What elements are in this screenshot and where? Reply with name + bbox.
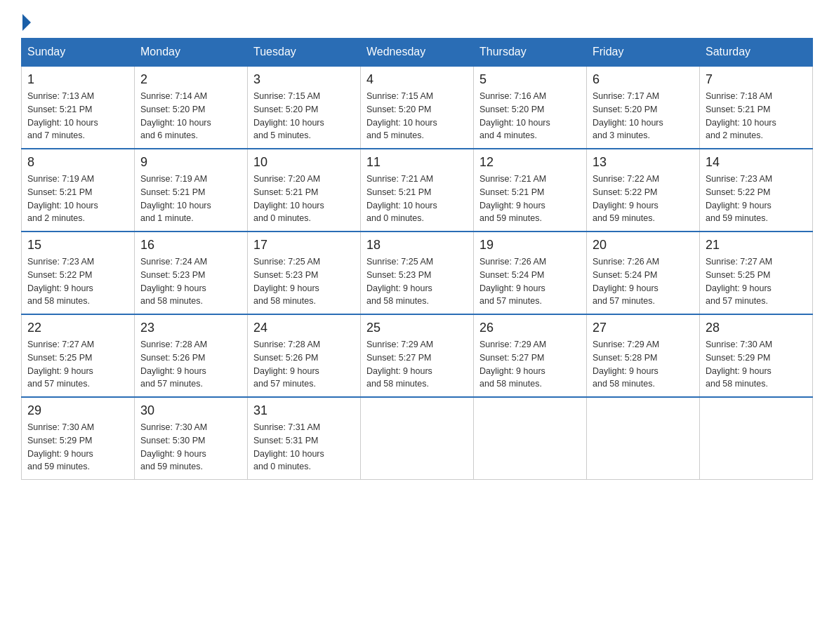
calendar-day-cell: 10Sunrise: 7:20 AM Sunset: 5:21 PM Dayli… (248, 149, 361, 232)
calendar-day-cell: 19Sunrise: 7:26 AM Sunset: 5:24 PM Dayli… (474, 232, 587, 314)
calendar-day-cell: 23Sunrise: 7:28 AM Sunset: 5:26 PM Dayli… (135, 314, 248, 397)
day-number: 17 (253, 238, 355, 253)
day-number: 27 (593, 321, 694, 335)
calendar-day-cell: 25Sunrise: 7:29 AM Sunset: 5:27 PM Dayli… (361, 314, 474, 397)
day-info: Sunrise: 7:26 AM Sunset: 5:24 PM Dayligh… (479, 255, 581, 308)
day-number: 4 (366, 72, 468, 87)
calendar-day-cell: 24Sunrise: 7:28 AM Sunset: 5:26 PM Dayli… (248, 314, 361, 397)
day-number: 22 (27, 321, 128, 335)
day-info: Sunrise: 7:28 AM Sunset: 5:26 PM Dayligh… (140, 338, 241, 391)
empty-cell (474, 397, 587, 480)
day-info: Sunrise: 7:19 AM Sunset: 5:21 PM Dayligh… (27, 173, 128, 225)
day-info: Sunrise: 7:26 AM Sunset: 5:24 PM Dayligh… (593, 255, 694, 308)
weekday-header-sunday: Sunday (22, 39, 135, 67)
calendar-day-cell: 3Sunrise: 7:15 AM Sunset: 5:20 PM Daylig… (248, 66, 361, 149)
calendar-day-cell: 9Sunrise: 7:19 AM Sunset: 5:21 PM Daylig… (135, 149, 248, 232)
calendar-week-row: 1Sunrise: 7:13 AM Sunset: 5:21 PM Daylig… (22, 66, 813, 149)
day-number: 6 (593, 72, 694, 87)
day-info: Sunrise: 7:30 AM Sunset: 5:29 PM Dayligh… (706, 338, 807, 391)
calendar-day-cell: 13Sunrise: 7:22 AM Sunset: 5:22 PM Dayli… (587, 149, 700, 232)
day-info: Sunrise: 7:25 AM Sunset: 5:23 PM Dayligh… (366, 255, 468, 308)
empty-cell (587, 397, 700, 480)
calendar-day-cell: 26Sunrise: 7:29 AM Sunset: 5:27 PM Dayli… (474, 314, 587, 397)
day-info: Sunrise: 7:19 AM Sunset: 5:21 PM Dayligh… (140, 173, 241, 225)
day-info: Sunrise: 7:16 AM Sunset: 5:20 PM Dayligh… (479, 90, 581, 142)
day-info: Sunrise: 7:17 AM Sunset: 5:20 PM Dayligh… (593, 90, 694, 142)
day-number: 21 (706, 238, 807, 253)
day-info: Sunrise: 7:29 AM Sunset: 5:27 PM Dayligh… (366, 338, 468, 391)
day-number: 20 (593, 238, 694, 253)
day-info: Sunrise: 7:21 AM Sunset: 5:21 PM Dayligh… (479, 173, 581, 225)
day-info: Sunrise: 7:25 AM Sunset: 5:23 PM Dayligh… (253, 255, 355, 308)
day-info: Sunrise: 7:21 AM Sunset: 5:21 PM Dayligh… (366, 173, 468, 225)
calendar-day-cell: 15Sunrise: 7:23 AM Sunset: 5:22 PM Dayli… (22, 232, 135, 314)
weekday-header-row: SundayMondayTuesdayWednesdayThursdayFrid… (22, 39, 813, 67)
day-info: Sunrise: 7:30 AM Sunset: 5:29 PM Dayligh… (27, 421, 128, 474)
day-number: 10 (253, 155, 355, 170)
logo (21, 14, 32, 31)
day-info: Sunrise: 7:27 AM Sunset: 5:25 PM Dayligh… (27, 338, 128, 391)
calendar-day-cell: 21Sunrise: 7:27 AM Sunset: 5:25 PM Dayli… (700, 232, 813, 314)
weekday-header-friday: Friday (587, 39, 700, 67)
day-number: 16 (140, 238, 241, 253)
day-info: Sunrise: 7:24 AM Sunset: 5:23 PM Dayligh… (140, 255, 241, 308)
day-info: Sunrise: 7:18 AM Sunset: 5:21 PM Dayligh… (706, 90, 807, 142)
calendar-day-cell: 22Sunrise: 7:27 AM Sunset: 5:25 PM Dayli… (22, 314, 135, 397)
calendar-day-cell: 11Sunrise: 7:21 AM Sunset: 5:21 PM Dayli… (361, 149, 474, 232)
calendar-day-cell: 2Sunrise: 7:14 AM Sunset: 5:20 PM Daylig… (135, 66, 248, 149)
day-number: 14 (706, 155, 807, 170)
day-info: Sunrise: 7:29 AM Sunset: 5:27 PM Dayligh… (479, 338, 581, 391)
day-number: 15 (27, 238, 128, 253)
day-number: 13 (593, 155, 694, 170)
day-number: 25 (366, 321, 468, 335)
calendar-day-cell: 29Sunrise: 7:30 AM Sunset: 5:29 PM Dayli… (22, 397, 135, 480)
day-number: 26 (479, 321, 581, 335)
day-number: 3 (253, 72, 355, 87)
calendar-day-cell: 8Sunrise: 7:19 AM Sunset: 5:21 PM Daylig… (22, 149, 135, 232)
calendar-week-row: 29Sunrise: 7:30 AM Sunset: 5:29 PM Dayli… (22, 397, 813, 480)
calendar-week-row: 15Sunrise: 7:23 AM Sunset: 5:22 PM Dayli… (22, 232, 813, 314)
calendar-day-cell: 18Sunrise: 7:25 AM Sunset: 5:23 PM Dayli… (361, 232, 474, 314)
calendar-day-cell: 17Sunrise: 7:25 AM Sunset: 5:23 PM Dayli… (248, 232, 361, 314)
day-info: Sunrise: 7:23 AM Sunset: 5:22 PM Dayligh… (706, 173, 807, 225)
calendar-day-cell: 27Sunrise: 7:29 AM Sunset: 5:28 PM Dayli… (587, 314, 700, 397)
day-info: Sunrise: 7:23 AM Sunset: 5:22 PM Dayligh… (27, 255, 128, 308)
weekday-header-wednesday: Wednesday (361, 39, 474, 67)
calendar-day-cell: 28Sunrise: 7:30 AM Sunset: 5:29 PM Dayli… (700, 314, 813, 397)
day-info: Sunrise: 7:14 AM Sunset: 5:20 PM Dayligh… (140, 90, 241, 142)
day-number: 31 (253, 403, 355, 418)
page-header (21, 14, 813, 31)
day-number: 30 (140, 403, 241, 418)
calendar-day-cell: 30Sunrise: 7:30 AM Sunset: 5:30 PM Dayli… (135, 397, 248, 480)
day-number: 19 (479, 238, 581, 253)
empty-cell (700, 397, 813, 480)
calendar-day-cell: 7Sunrise: 7:18 AM Sunset: 5:21 PM Daylig… (700, 66, 813, 149)
day-number: 1 (27, 72, 128, 87)
day-number: 8 (27, 155, 128, 170)
day-number: 5 (479, 72, 581, 87)
calendar-day-cell: 12Sunrise: 7:21 AM Sunset: 5:21 PM Dayli… (474, 149, 587, 232)
day-info: Sunrise: 7:28 AM Sunset: 5:26 PM Dayligh… (253, 338, 355, 391)
calendar-day-cell: 5Sunrise: 7:16 AM Sunset: 5:20 PM Daylig… (474, 66, 587, 149)
day-number: 18 (366, 238, 468, 253)
weekday-header-saturday: Saturday (700, 39, 813, 67)
calendar-table: SundayMondayTuesdayWednesdayThursdayFrid… (21, 38, 813, 480)
weekday-header-monday: Monday (135, 39, 248, 67)
day-info: Sunrise: 7:15 AM Sunset: 5:20 PM Dayligh… (253, 90, 355, 142)
day-info: Sunrise: 7:27 AM Sunset: 5:25 PM Dayligh… (706, 255, 807, 308)
day-number: 2 (140, 72, 241, 87)
day-number: 11 (366, 155, 468, 170)
weekday-header-tuesday: Tuesday (248, 39, 361, 67)
day-number: 7 (706, 72, 807, 87)
calendar-day-cell: 31Sunrise: 7:31 AM Sunset: 5:31 PM Dayli… (248, 397, 361, 480)
day-number: 24 (253, 321, 355, 335)
calendar-day-cell: 1Sunrise: 7:13 AM Sunset: 5:21 PM Daylig… (22, 66, 135, 149)
day-number: 12 (479, 155, 581, 170)
day-info: Sunrise: 7:22 AM Sunset: 5:22 PM Dayligh… (593, 173, 694, 225)
day-info: Sunrise: 7:29 AM Sunset: 5:28 PM Dayligh… (593, 338, 694, 391)
calendar-day-cell: 16Sunrise: 7:24 AM Sunset: 5:23 PM Dayli… (135, 232, 248, 314)
day-info: Sunrise: 7:13 AM Sunset: 5:21 PM Dayligh… (27, 90, 128, 142)
day-info: Sunrise: 7:20 AM Sunset: 5:21 PM Dayligh… (253, 173, 355, 225)
calendar-week-row: 8Sunrise: 7:19 AM Sunset: 5:21 PM Daylig… (22, 149, 813, 232)
weekday-header-thursday: Thursday (474, 39, 587, 67)
